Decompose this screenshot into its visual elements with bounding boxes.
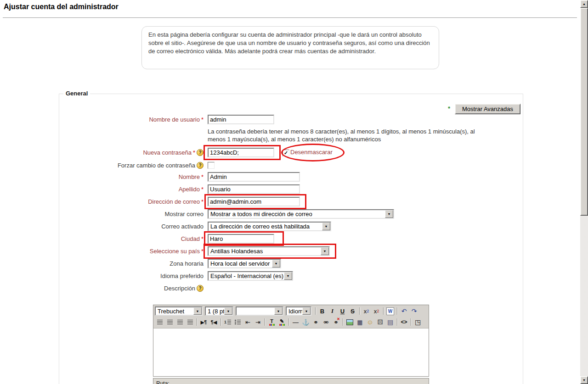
nolink-x: ✕ bbox=[337, 317, 340, 321]
scroll-down-icon: ▼ bbox=[582, 378, 586, 382]
align-justify-button[interactable] bbox=[185, 317, 195, 327]
align-left-button[interactable] bbox=[155, 317, 164, 327]
dropdown-arrow-icon[interactable]: ▼ bbox=[302, 307, 311, 315]
font-color-button[interactable]: T bbox=[267, 317, 277, 327]
prevent-autolink-button[interactable]: ⚭✕ bbox=[331, 317, 341, 327]
email-active-value: La dirección de correo está habilitada bbox=[209, 223, 322, 230]
html-source-button[interactable]: <> bbox=[399, 317, 409, 327]
dropdown-arrow-icon[interactable]: ▼ bbox=[322, 223, 330, 230]
insert-link-button[interactable]: ⚭ bbox=[311, 317, 321, 327]
highlight-color-icon: ✎ bbox=[279, 319, 285, 326]
indent-button[interactable]: ⇥ bbox=[253, 317, 263, 327]
required-marker: * bbox=[201, 116, 204, 123]
direction-ltr-button[interactable]: ▶¶ bbox=[199, 317, 209, 327]
scroll-up-icon: ▲ bbox=[582, 2, 586, 6]
description-label-text: Descripción bbox=[164, 285, 195, 292]
vertical-scrollbar[interactable]: ▲ ▼ bbox=[580, 0, 588, 384]
superscript-button[interactable]: x2 bbox=[372, 306, 381, 316]
underline-button[interactable]: U bbox=[338, 306, 347, 316]
editor-language-select[interactable]: Idioma ▼ bbox=[286, 306, 311, 316]
horizontal-rule-button[interactable]: — bbox=[291, 317, 300, 327]
highlight-color-button[interactable]: ✎ bbox=[277, 317, 287, 327]
remove-link-button[interactable]: ⚮ bbox=[321, 317, 331, 327]
strikethrough-button[interactable]: S bbox=[348, 306, 357, 316]
new-password-label: Nueva contraseña* ? bbox=[64, 148, 204, 157]
toolbar-separator bbox=[288, 318, 289, 326]
subscript-digit: 2 bbox=[367, 309, 369, 313]
italic-button[interactable]: I bbox=[328, 306, 337, 316]
scroll-down-button[interactable]: ▼ bbox=[580, 376, 588, 384]
align-right-button[interactable] bbox=[175, 317, 185, 327]
insert-image-button[interactable] bbox=[345, 317, 355, 327]
dropdown-arrow-icon[interactable]: ▼ bbox=[193, 307, 202, 315]
dropdown-arrow-icon[interactable]: ▼ bbox=[284, 272, 292, 280]
subscript-button[interactable]: x2 bbox=[362, 306, 371, 316]
document-button[interactable]: ▤ bbox=[385, 317, 395, 327]
undo-button[interactable]: ↶ bbox=[399, 306, 409, 316]
timezone-label: Zona horaria bbox=[64, 259, 204, 268]
lastname-label-text: Apellido bbox=[179, 186, 200, 193]
clean-word-html-button[interactable]: W bbox=[385, 306, 395, 316]
help-glyph: ? bbox=[198, 163, 201, 168]
force-change-label-text: Forzar cambio de contraseña bbox=[118, 162, 195, 169]
outdent-button[interactable]: ▶¶⇤ bbox=[243, 317, 253, 327]
toolbar-separator bbox=[197, 318, 197, 326]
admin-account-page: Ajustar cuenta del administrador En esta… bbox=[0, 0, 588, 384]
editor-font-select[interactable]: Trebuchet ▼ bbox=[155, 306, 203, 316]
font-color-letter: T bbox=[270, 319, 273, 324]
ordered-list-button[interactable]: 1 bbox=[223, 317, 232, 327]
dropdown-arrow-icon[interactable]: ▼ bbox=[272, 260, 280, 267]
force-change-checkbox[interactable] bbox=[208, 162, 215, 169]
toolbar-separator bbox=[383, 307, 384, 315]
enlarge-editor-button[interactable]: ◳ bbox=[413, 317, 423, 327]
dropdown-arrow-icon[interactable]: ▼ bbox=[224, 307, 232, 315]
toolbar-separator bbox=[397, 318, 397, 326]
redo-button[interactable]: ↷ bbox=[409, 306, 419, 316]
align-left-icon bbox=[157, 320, 163, 325]
scrollbar-thumb[interactable] bbox=[580, 8, 588, 216]
dropdown-arrow-icon[interactable]: ▼ bbox=[274, 307, 283, 315]
timezone-select[interactable]: Hora local del servidor ▼ bbox=[208, 259, 281, 268]
bullet-list-icon bbox=[235, 320, 241, 325]
insert-table-button[interactable]: ▦ bbox=[355, 317, 365, 327]
intro-box: En esta página debería configurar su cue… bbox=[141, 26, 439, 69]
help-icon[interactable]: ? bbox=[197, 285, 204, 292]
language-label-text: Idioma preferido bbox=[160, 273, 204, 279]
indent-glyph: ⇥ bbox=[255, 319, 260, 326]
scroll-up-button[interactable]: ▲ bbox=[580, 0, 588, 8]
insert-smiley-button[interactable]: ☺ bbox=[365, 317, 375, 327]
insert-character-button[interactable]: ⚄ bbox=[375, 317, 385, 327]
bold-button[interactable]: B bbox=[317, 306, 327, 316]
lastname-input[interactable] bbox=[208, 184, 300, 194]
firstname-label: Nombre* bbox=[64, 172, 204, 182]
dropdown-arrow-icon[interactable]: ▼ bbox=[385, 210, 393, 218]
direction-rtl-button[interactable]: ¶◀ bbox=[209, 317, 219, 327]
editor-toolbar: Trebuchet ▼ 1 (8 pt) ▼ ▼ Idioma ▼ B I bbox=[153, 305, 429, 328]
email-active-label-text: Correo activado bbox=[161, 223, 204, 230]
bullet-list-button[interactable] bbox=[233, 317, 243, 327]
email-active-select[interactable]: La dirección de correo está habilitada ▼ bbox=[208, 222, 331, 231]
align-center-button[interactable] bbox=[165, 317, 175, 327]
help-icon[interactable]: ? bbox=[197, 162, 204, 169]
force-change-label: Forzar cambio de contraseña ? bbox=[64, 161, 204, 170]
editor-style-select[interactable]: ▼ bbox=[236, 306, 283, 316]
language-select[interactable]: Español - Internacional (es) ▼ bbox=[208, 271, 293, 281]
username-label: Nombre de usuario* bbox=[64, 115, 204, 124]
show-email-select[interactable]: Mostrar a todos mi dirección de correo ▼ bbox=[208, 209, 394, 219]
arrow-glyph: ▼ bbox=[305, 310, 308, 313]
help-icon[interactable]: ? bbox=[197, 149, 204, 156]
firstname-input[interactable] bbox=[208, 172, 300, 182]
align-right-icon bbox=[177, 320, 183, 325]
editor-size-select[interactable]: 1 (8 pt) ▼ bbox=[205, 306, 233, 316]
editor-path-label: Ruta: bbox=[156, 380, 170, 384]
toolbar-separator bbox=[411, 318, 411, 326]
editor-text-area[interactable] bbox=[153, 328, 429, 376]
show-advanced-button[interactable]: Mostrar Avanzadas bbox=[455, 104, 520, 114]
username-input[interactable] bbox=[208, 115, 274, 124]
lastname-label: Apellido* bbox=[64, 184, 204, 194]
toolbar-separator bbox=[359, 307, 360, 315]
anchor-button[interactable]: ⚓ bbox=[301, 317, 311, 327]
help-glyph: ? bbox=[198, 150, 201, 155]
show-email-label: Mostrar correo bbox=[64, 209, 204, 219]
required-marker: * bbox=[193, 149, 195, 156]
